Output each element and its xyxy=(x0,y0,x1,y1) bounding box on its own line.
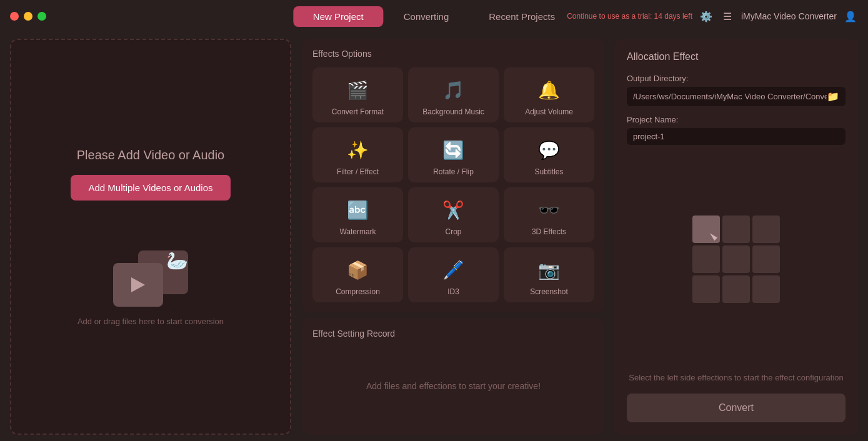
preview-grid xyxy=(692,216,780,303)
right-panel: Allocation Effect Output Directory: 📁 Pr… xyxy=(614,39,858,435)
close-button[interactable] xyxy=(10,12,19,21)
effect-setting-section: Effect Setting Record Add files and effe… xyxy=(302,319,604,435)
filter-effect-label: Filter / Effect xyxy=(337,167,379,176)
main-content: Please Add Video or Audio Add Multiple V… xyxy=(0,32,868,441)
subtitles-icon: 💬 xyxy=(536,136,563,164)
output-directory-label: Output Directory: xyxy=(627,74,846,83)
adjust-volume-icon: 🔔 xyxy=(536,76,563,104)
preview-cell-8 xyxy=(752,275,780,303)
video-front xyxy=(113,263,163,307)
screenshot-icon: 📷 xyxy=(536,256,563,284)
settings-icon[interactable]: ⚙️ xyxy=(699,9,714,24)
menu-icon[interactable]: ☰ xyxy=(720,9,735,24)
background-music-icon: 🎵 xyxy=(440,76,467,104)
screenshot-label: Screenshot xyxy=(530,287,568,296)
convert-format-label: Convert Format xyxy=(332,107,384,116)
preview-cell-0 xyxy=(692,216,720,243)
watermark-label: Watermark xyxy=(339,227,376,236)
effect-background-music[interactable]: 🎵 Background Music xyxy=(408,67,499,122)
background-music-label: Background Music xyxy=(422,107,484,116)
effects-options-section: Effects Options 🎬 Convert Format 🎵 Backg… xyxy=(302,39,604,312)
preview-cell-2 xyxy=(752,216,780,243)
effect-convert-format[interactable]: 🎬 Convert Format xyxy=(312,67,403,122)
tab-converting[interactable]: Converting xyxy=(384,6,469,27)
bird-icon: 🦢 xyxy=(166,250,188,271)
preview-cell-7 xyxy=(722,275,750,303)
minimize-button[interactable] xyxy=(24,12,32,21)
title-right: Continue to use as a trial: 14 days left… xyxy=(567,9,858,24)
subtitles-label: Subtitles xyxy=(534,167,563,176)
allocation-title: Allocation Effect xyxy=(627,51,846,62)
id3-icon: 🖊️ xyxy=(440,256,467,284)
crop-label: Crop xyxy=(445,227,461,236)
effect-setting-empty: Add files and effections to start your c… xyxy=(312,347,594,425)
output-directory-wrap: 📁 xyxy=(627,87,846,106)
compression-icon: 📦 xyxy=(344,256,372,284)
output-directory-input[interactable] xyxy=(633,92,827,101)
play-icon xyxy=(131,277,145,292)
effect-id3[interactable]: 🖊️ ID3 xyxy=(408,247,499,302)
effect-screenshot[interactable]: 📷 Screenshot xyxy=(504,247,594,302)
left-panel: Please Add Video or Audio Add Multiple V… xyxy=(10,39,291,435)
effect-hint: Select the left side effections to start… xyxy=(627,372,846,384)
cursor-icon xyxy=(710,233,717,240)
drag-text: Add or drag files here to start conversi… xyxy=(77,317,224,326)
filter-effect-icon: ✨ xyxy=(344,136,372,164)
project-name-input[interactable] xyxy=(627,128,846,145)
effect-adjust-volume[interactable]: 🔔 Adjust Volume xyxy=(504,67,594,122)
preview-cell-5 xyxy=(752,245,780,273)
preview-cell-6 xyxy=(692,275,720,303)
effect-filter-effect[interactable]: ✨ Filter / Effect xyxy=(312,127,403,182)
trial-text: Continue to use as a trial: 14 days left xyxy=(567,12,692,21)
middle-panel: Effects Options 🎬 Convert Format 🎵 Backg… xyxy=(297,32,609,441)
account-icon[interactable]: 👤 xyxy=(843,9,858,24)
effect-3d-effects[interactable]: 🕶️ 3D Effects xyxy=(504,187,594,242)
left-panel-title: Please Add Video or Audio xyxy=(77,148,224,162)
app-name: iMyMac Video Converter xyxy=(741,11,837,21)
effect-watermark[interactable]: 🔤 Watermark xyxy=(312,187,403,242)
tab-new-project[interactable]: New Project xyxy=(293,6,384,27)
project-name-field: Project Name: xyxy=(627,115,846,145)
tab-recent-projects[interactable]: Recent Projects xyxy=(469,6,575,27)
effects-grid: 🎬 Convert Format 🎵 Background Music 🔔 Ad… xyxy=(312,67,594,302)
preview-cell-1 xyxy=(722,216,750,243)
3d-effects-label: 3D Effects xyxy=(532,227,566,236)
compression-label: Compression xyxy=(336,287,380,296)
effect-subtitles[interactable]: 💬 Subtitles xyxy=(504,127,594,182)
convert-button[interactable]: Convert xyxy=(627,394,846,422)
title-tabs: New Project Converting Recent Projects xyxy=(293,6,575,27)
video-placeholder-icon: 🦢 xyxy=(113,250,188,307)
adjust-volume-label: Adjust Volume xyxy=(525,107,573,116)
add-files-button[interactable]: Add Multiple Videos or Audios xyxy=(71,175,230,201)
grid-preview xyxy=(627,154,846,365)
title-bar: New Project Converting Recent Projects C… xyxy=(0,0,868,32)
preview-cell-3 xyxy=(692,245,720,273)
maximize-button[interactable] xyxy=(37,12,46,21)
effect-rotate-flip[interactable]: 🔄 Rotate / Flip xyxy=(408,127,499,182)
effects-options-title: Effects Options xyxy=(312,49,594,59)
id3-label: ID3 xyxy=(447,287,459,296)
effect-crop[interactable]: ✂️ Crop xyxy=(408,187,499,242)
rotate-flip-icon: 🔄 xyxy=(440,136,467,164)
preview-cell-4 xyxy=(722,245,750,273)
output-directory-field: Output Directory: 📁 xyxy=(627,74,846,106)
watermark-icon: 🔤 xyxy=(344,196,372,224)
project-name-label: Project Name: xyxy=(627,115,846,124)
crop-icon: ✂️ xyxy=(440,196,467,224)
effect-compression[interactable]: 📦 Compression xyxy=(312,247,403,302)
3d-effects-icon: 🕶️ xyxy=(536,196,563,224)
traffic-lights xyxy=(10,12,46,21)
rotate-flip-label: Rotate / Flip xyxy=(433,167,474,176)
convert-format-icon: 🎬 xyxy=(344,76,372,104)
effect-setting-title: Effect Setting Record xyxy=(312,329,594,339)
folder-icon[interactable]: 📁 xyxy=(827,91,839,102)
